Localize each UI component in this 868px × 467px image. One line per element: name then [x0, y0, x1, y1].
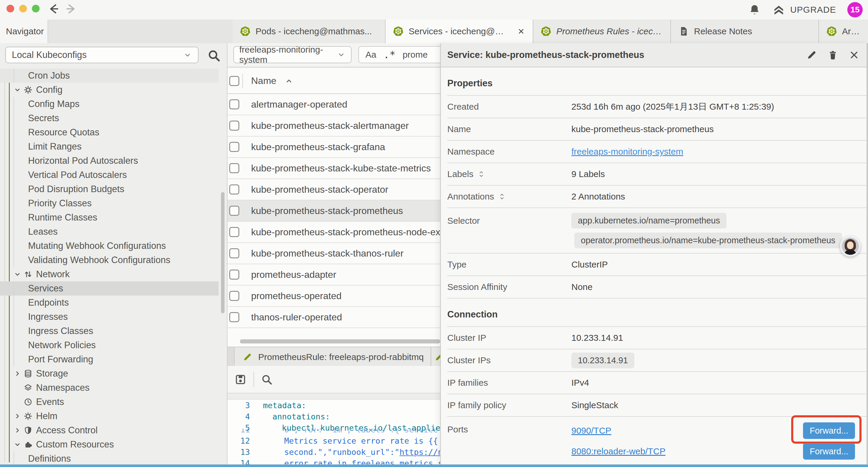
sidebar-item-network[interactable]: Network	[0, 267, 219, 282]
tab-pods-icecheng-mathmas[interactable]: Pods - icecheng@mathmas...	[232, 20, 385, 43]
namespace-select[interactable]: freeleaps-monitoring-system	[234, 46, 351, 63]
match-case-icon[interactable]: Aa	[366, 50, 376, 60]
editor-search-icon[interactable]	[260, 373, 273, 386]
sidebar-item-vertical-pod-autoscalers[interactable]: Vertical Pod Autoscalers	[0, 168, 219, 182]
table-row[interactable]: kube-prometheus-stack-operator	[227, 179, 440, 200]
tab-argo-se[interactable]: Argo Se	[819, 20, 868, 43]
sidebar-item-custom-resources[interactable]: Custom Resources	[0, 437, 219, 451]
kubeconfig-select[interactable]: Local Kubeconfigs	[5, 47, 198, 63]
yaml-editor[interactable]: 3metadata:4annotations:5kubectl.kubernet…	[227, 400, 440, 465]
table-row[interactable]: kube-prometheus-stack-prometheus	[227, 200, 440, 222]
zoom-window-button[interactable]	[32, 5, 39, 12]
sidebar-item-secrets[interactable]: Secrets	[0, 111, 219, 125]
sidebar-item-config[interactable]: Config	[0, 83, 219, 97]
row-checkbox[interactable]	[229, 163, 239, 173]
sidebar-item-namespaces[interactable]: Namespaces	[0, 381, 219, 395]
expand-toggle-icon[interactable]	[477, 170, 485, 178]
sidebar-item-ingresses[interactable]: Ingresses	[0, 310, 219, 324]
sidebar-item-runtime-classes[interactable]: Runtime Classes	[0, 210, 219, 225]
sidebar-search-icon[interactable]	[207, 49, 221, 63]
select-all-checkbox[interactable]	[229, 76, 239, 86]
tab-release-notes[interactable]: Release Notes	[671, 20, 819, 43]
save-icon[interactable]	[234, 373, 247, 386]
sidebar-item-access-control[interactable]: Access Control	[0, 423, 219, 437]
chevron-right-icon[interactable]	[13, 412, 21, 420]
sidebar-item-storage[interactable]: Storage	[0, 367, 219, 381]
row-checkbox[interactable]	[229, 121, 239, 130]
sidebar-item-pod-disruption-budgets[interactable]: Pod Disruption Budgets	[0, 182, 219, 196]
notification-count-badge[interactable]: 15	[847, 2, 863, 18]
close-window-button[interactable]	[6, 5, 14, 12]
forward-button[interactable]: Forward...	[803, 422, 855, 439]
list-search-input[interactable]: Aa .* prome	[359, 46, 440, 63]
list-horizontal-scrollbar-thumb[interactable]	[240, 339, 440, 344]
forward-button[interactable]: Forward...	[803, 443, 855, 460]
forward-arrow-icon[interactable]	[66, 3, 78, 15]
table-row[interactable]: thanos-ruler-operated	[227, 307, 440, 328]
chevron-down-icon[interactable]	[13, 270, 21, 278]
sidebar-item-helm[interactable]: Helm	[0, 409, 219, 423]
upgrade-button[interactable]: UPGRADE	[772, 3, 836, 16]
row-checkbox[interactable]	[229, 227, 239, 237]
row-checkbox[interactable]	[229, 312, 239, 322]
port-link[interactable]: 8080:reloader-web/TCP	[571, 446, 803, 456]
sidebar-item-config-maps[interactable]: Config Maps	[0, 97, 219, 111]
minimize-window-button[interactable]	[19, 5, 27, 12]
tab-prometheus-rules-icecheng[interactable]: Prometheus Rules - icecheng...	[533, 20, 671, 43]
chevron-right-icon[interactable]	[13, 427, 21, 434]
row-checkbox[interactable]	[229, 248, 239, 258]
sidebar-item-limit-ranges[interactable]: Limit Ranges	[0, 140, 219, 154]
close-icon[interactable]	[848, 49, 860, 61]
row-checkbox[interactable]	[229, 99, 239, 109]
row-checkbox[interactable]	[229, 184, 239, 195]
sidebar-item-port-forwarding[interactable]: Port Forwarding	[0, 352, 219, 367]
sidebar-item-priority-classes[interactable]: Priority Classes	[0, 196, 219, 210]
row-checkbox[interactable]	[229, 206, 239, 216]
chevron-right-icon[interactable]	[13, 370, 21, 377]
tab-services-icecheng-math[interactable]: Services - icecheng@math...	[385, 20, 533, 43]
edit-pencil-icon[interactable]	[806, 49, 817, 61]
sidebar-item-ingress-classes[interactable]: Ingress Classes	[0, 324, 219, 338]
sidebar-item-endpoints[interactable]: Endpoints	[0, 296, 219, 310]
editor-tab-next-partial[interactable]	[432, 347, 440, 367]
sidebar-item-events[interactable]: Events	[0, 395, 219, 409]
regex-icon[interactable]: .*	[383, 49, 396, 61]
namespace-link[interactable]: freeleaps-monitoring-system	[571, 147, 683, 156]
table-row[interactable]: kube-prometheus-stack-grafana	[227, 137, 440, 158]
sidebar-item-resource-quotas[interactable]: Resource Quotas	[0, 125, 219, 140]
table-row[interactable]: prometheus-operated	[227, 286, 440, 307]
expand-toggle-icon[interactable]	[498, 193, 506, 200]
sidebar-item-network-policies[interactable]: Network Policies	[0, 338, 219, 352]
chevron-down-icon[interactable]	[13, 441, 21, 448]
row-checkbox[interactable]	[229, 269, 239, 280]
sidebar-item-definitions[interactable]: Definitions	[0, 451, 219, 465]
sidebar-item-services[interactable]: Services	[0, 282, 219, 296]
sidebar-item-cron-jobs[interactable]: Cron Jobs	[0, 68, 219, 83]
table-row[interactable]: alertmanager-operated	[227, 94, 440, 115]
port-link[interactable]: 9090/TCP	[571, 426, 803, 436]
sidebar-item-validating-webhook-configurations[interactable]: Validating Webhook Configurations	[0, 253, 219, 267]
runbook-url-link[interactable]: https://net	[399, 447, 440, 457]
row-checkbox[interactable]	[229, 142, 239, 152]
close-tab-icon[interactable]	[517, 27, 526, 36]
editor-fold-strip[interactable]	[227, 393, 440, 400]
chevron-down-icon[interactable]	[13, 86, 21, 94]
table-row[interactable]: kube-prometheus-stack-prometheus-node-ex…	[227, 222, 440, 243]
table-row[interactable]: prometheus-adapter	[227, 264, 440, 286]
tab-navigator[interactable]: Navigator	[0, 20, 48, 43]
name-column-header[interactable]: Name	[251, 76, 276, 86]
table-row[interactable]: kube-prometheus-stack-thanos-ruler	[227, 243, 440, 264]
table-row[interactable]: kube-prometheus-stack-alertmanager	[227, 115, 440, 137]
sidebar-item-horizontal-pod-autoscalers[interactable]: Horizontal Pod Autoscalers	[0, 154, 219, 168]
sidebar-scrollbar-thumb[interactable]	[221, 192, 224, 313]
editor-tab-prometheusrule[interactable]: PrometheusRule: freeleaps-prod-rabbitmq	[234, 347, 431, 367]
sort-asc-icon[interactable]	[284, 77, 293, 85]
sidebar-item-leases[interactable]: Leases	[0, 225, 219, 239]
bell-icon[interactable]	[748, 4, 761, 16]
row-checkbox[interactable]	[229, 291, 239, 301]
trash-icon[interactable]	[827, 49, 838, 61]
table-row[interactable]: kube-prometheus-stack-kube-state-metrics	[227, 158, 440, 179]
sidebar-item-mutating-webhook-configurations[interactable]: Mutating Webhook Configurations	[0, 239, 219, 253]
back-arrow-icon[interactable]	[47, 3, 59, 15]
assistant-avatar[interactable]	[840, 236, 861, 257]
